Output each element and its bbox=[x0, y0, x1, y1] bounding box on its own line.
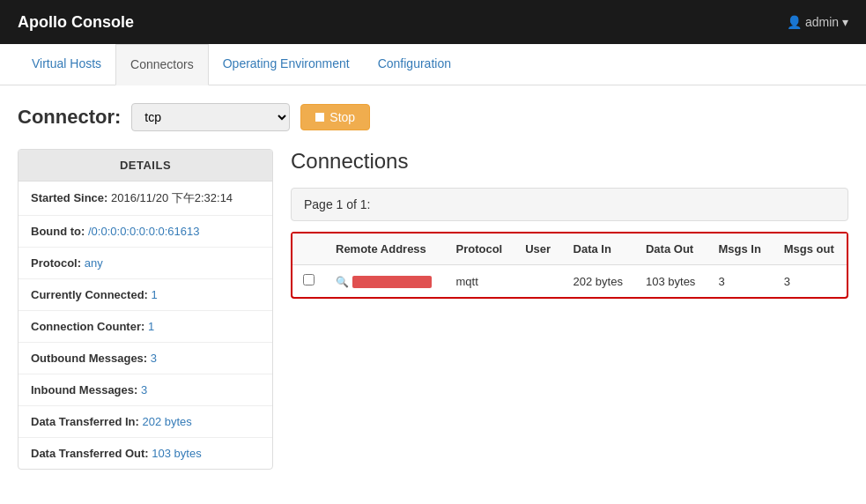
sidebar-item-label: Protocol: bbox=[31, 256, 81, 270]
tab-virtual-hosts[interactable]: Virtual Hosts bbox=[18, 44, 115, 85]
col-msgs-in: Msgs In bbox=[707, 233, 773, 265]
main-layout: DETAILS Started Since: 2016/11/20 下午2:32… bbox=[18, 149, 848, 470]
col-checkbox bbox=[292, 233, 325, 265]
connections-table: Remote Address Protocol User Data In Dat… bbox=[292, 233, 847, 297]
sidebar-currently-connected: Currently Connected: 1 bbox=[19, 279, 272, 311]
user-menu[interactable]: admin ▾ bbox=[787, 15, 848, 29]
sidebar-data-transferred-in: Data Transferred In: 202 bytes bbox=[19, 406, 272, 438]
stop-button[interactable]: Stop bbox=[300, 104, 370, 130]
sidebar-item-value[interactable]: 1 bbox=[148, 320, 154, 333]
col-remote-address: Remote Address bbox=[325, 233, 445, 265]
sidebar-bound-to: Bound to: /0:0:0:0:0:0:0:0:61613 bbox=[19, 216, 272, 248]
sidebar-header: DETAILS bbox=[19, 150, 272, 182]
page-body: Connector: tcp ssl ws wss Stop DETAILS S… bbox=[0, 85, 866, 487]
tab-configuration[interactable]: Configuration bbox=[364, 44, 465, 85]
stop-label: Stop bbox=[329, 110, 355, 124]
table-header-row: Remote Address Protocol User Data In Dat… bbox=[292, 233, 847, 265]
row-checkbox-cell bbox=[292, 265, 325, 298]
app-brand: Apollo Console bbox=[18, 13, 134, 32]
sidebar-item-label: Currently Connected: bbox=[31, 288, 148, 301]
col-protocol: Protocol bbox=[445, 233, 514, 265]
sidebar-item-label: Connection Counter: bbox=[31, 320, 144, 333]
row-remote-address: 🔍 bbox=[325, 265, 445, 298]
sidebar-item-label: Bound to: bbox=[31, 225, 85, 238]
col-user: User bbox=[514, 233, 562, 265]
col-msgs-out: Msgs out bbox=[773, 233, 847, 265]
row-user bbox=[514, 265, 562, 298]
remote-address-value: 🔍 bbox=[336, 276, 432, 288]
sidebar: DETAILS Started Since: 2016/11/20 下午2:32… bbox=[18, 149, 273, 470]
tab-navigation: Virtual Hosts Connectors Operating Envir… bbox=[0, 44, 866, 85]
sidebar-item-value[interactable]: 103 bytes bbox=[152, 447, 201, 460]
user-label: admin bbox=[805, 15, 839, 29]
caret-icon: ▾ bbox=[842, 15, 848, 29]
stop-icon bbox=[315, 113, 324, 122]
sidebar-outbound-messages: Outbound Messages: 3 bbox=[19, 343, 272, 374]
page-info: Page 1 of 1: bbox=[291, 188, 848, 221]
row-msgs-in: 3 bbox=[707, 265, 773, 298]
search-icon: 🔍 bbox=[336, 276, 349, 288]
sidebar-item-label: Data Transferred In: bbox=[31, 415, 139, 428]
connector-header: Connector: tcp ssl ws wss Stop bbox=[18, 103, 848, 131]
sidebar-item-value[interactable]: any bbox=[85, 256, 103, 270]
sidebar-started-since: Started Since: 2016/11/20 下午2:32:14 bbox=[19, 182, 272, 216]
sidebar-item-label: Outbound Messages: bbox=[31, 352, 147, 365]
sidebar-item-value[interactable]: 3 bbox=[151, 352, 157, 365]
sidebar-protocol: Protocol: any bbox=[19, 248, 272, 279]
connector-label: Connector: bbox=[18, 106, 121, 129]
redacted-address-bar bbox=[352, 276, 432, 288]
sidebar-data-transferred-out: Data Transferred Out: 103 bytes bbox=[19, 438, 272, 469]
connector-select[interactable]: tcp ssl ws wss bbox=[131, 103, 290, 131]
navbar: Apollo Console admin ▾ bbox=[0, 0, 866, 44]
sidebar-item-value: 2016/11/20 下午2:32:14 bbox=[111, 191, 233, 204]
row-checkbox[interactable] bbox=[303, 274, 315, 285]
sidebar-item-value[interactable]: 3 bbox=[141, 383, 147, 397]
connections-table-wrapper: Remote Address Protocol User Data In Dat… bbox=[291, 232, 848, 299]
col-data-in: Data In bbox=[563, 233, 635, 265]
sidebar-item-label: Data Transferred Out: bbox=[31, 447, 149, 460]
sidebar-item-value[interactable]: /0:0:0:0:0:0:0:0:61613 bbox=[88, 225, 200, 238]
row-data-out: 103 bytes bbox=[635, 265, 707, 298]
sidebar-inbound-messages: Inbound Messages: 3 bbox=[19, 374, 272, 406]
row-data-in: 202 bytes bbox=[563, 265, 635, 298]
col-data-out: Data Out bbox=[635, 233, 707, 265]
sidebar-item-value[interactable]: 202 bytes bbox=[142, 415, 191, 428]
sidebar-item-label: Inbound Messages: bbox=[31, 383, 137, 397]
content-area: Connections Page 1 of 1: Remote Address … bbox=[291, 149, 848, 299]
sidebar-connection-counter: Connection Counter: 1 bbox=[19, 311, 272, 343]
sidebar-item-value[interactable]: 1 bbox=[152, 288, 158, 301]
row-msgs-out: 3 bbox=[773, 265, 847, 298]
row-protocol: mqtt bbox=[445, 265, 514, 298]
connections-title: Connections bbox=[291, 149, 848, 174]
sidebar-item-label: Started Since: bbox=[31, 191, 107, 204]
table-row: 🔍 mqtt 202 bytes 103 bytes 3 3 bbox=[292, 265, 847, 298]
tab-operating-environment[interactable]: Operating Environment bbox=[209, 44, 364, 85]
tab-connectors[interactable]: Connectors bbox=[115, 44, 209, 85]
